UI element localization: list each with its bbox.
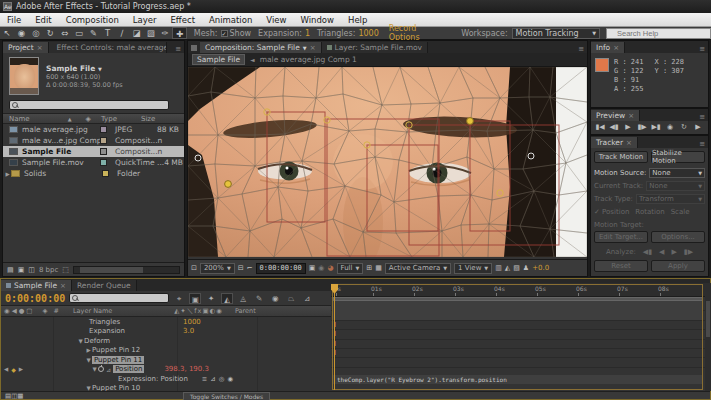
label-chip[interactable]	[100, 159, 107, 166]
label-chip[interactable]	[100, 126, 107, 133]
menu-animation[interactable]: Animation	[202, 15, 259, 25]
project-hscrollbar[interactable]	[73, 266, 180, 274]
analyze-backward-button[interactable]: ◀	[659, 248, 664, 256]
tab-tracker[interactable]: Tracker ×	[591, 137, 638, 148]
mask-visibility-icon[interactable]: ⌐	[247, 264, 253, 272]
next-frame-button[interactable]: ▮▶	[637, 123, 647, 131]
label-column-icon[interactable]: ◈	[42, 307, 47, 315]
graph-icon[interactable]: ⊿	[106, 366, 111, 373]
eraser-tool-icon[interactable]: ▨	[144, 27, 158, 39]
label-chip[interactable]	[100, 137, 107, 144]
mask-shape-tool-icon[interactable]: ▭	[72, 27, 86, 39]
selection-tool-icon[interactable]: ↖	[0, 27, 14, 39]
tab-info[interactable]: Info ×	[591, 42, 625, 53]
close-icon[interactable]: ×	[613, 44, 619, 52]
stopwatch-icon[interactable]	[98, 366, 104, 372]
track-motion-button[interactable]: Track Motion	[594, 151, 648, 163]
analyze-forward-frame-button[interactable]: ▮▶	[684, 248, 693, 256]
always-preview-icon[interactable]: ⊡	[191, 264, 197, 272]
time-ruler[interactable]: 0s 01s 02s 03s 04s 05s 06s 07s 08s	[331, 283, 705, 297]
comp-timecode[interactable]: 0:00:00:00	[256, 263, 306, 274]
analyze-backward-frame-button[interactable]: ◀▮	[643, 248, 652, 256]
camera-dropdown[interactable]: Active Camera ▼	[385, 263, 451, 274]
safe-margins-icon[interactable]: ⊟	[238, 264, 244, 272]
graph-editor-icon[interactable]: ⊿	[301, 293, 313, 304]
audio-mute-button[interactable]: ◉	[665, 123, 675, 131]
tab-preview[interactable]: Preview ×	[591, 110, 640, 121]
channels-icon[interactable]: ◕	[327, 264, 333, 272]
panel-menu-icon[interactable]: ≡	[578, 45, 587, 53]
options-button[interactable]: Options...	[651, 231, 705, 243]
position-checkbox[interactable]: ✓ Position	[594, 208, 629, 216]
flowchart-icon[interactable]: ♟	[523, 264, 529, 272]
roto-brush-tool-icon[interactable]: ✑	[158, 27, 172, 39]
current-track-dropdown[interactable]: None ▼	[646, 181, 705, 191]
clone-stamp-tool-icon[interactable]: ◪	[129, 27, 143, 39]
menu-edit[interactable]: Edit	[28, 15, 58, 25]
timeline-button-icon[interactable]: ▧	[513, 264, 520, 272]
close-icon[interactable]: ×	[626, 139, 632, 147]
menu-window[interactable]: Window	[293, 15, 341, 25]
label-chip[interactable]	[102, 170, 109, 177]
region-of-interest-icon[interactable]: ⊞	[366, 264, 372, 272]
row-triangles[interactable]: Triangles 1000	[1, 317, 331, 327]
comp-mini-flowchart-icon[interactable]: ⌖	[173, 293, 185, 304]
live-update-icon[interactable]: ▣	[189, 293, 201, 304]
tracks[interactable]: I I I I theComp.layer("R Eyebrow 2").tra…	[331, 301, 705, 391]
twirl-icon[interactable]: ▶	[85, 347, 92, 353]
pan-behind-tool-icon[interactable]: ⇔	[57, 27, 71, 39]
parent-column[interactable]: Parent	[235, 307, 256, 315]
row-puppet-pin-12[interactable]: ▶ Puppet Pin 12	[1, 346, 331, 356]
bit-depth-label[interactable]: 8 bpc	[39, 266, 58, 274]
toggle-switches-modes-button[interactable]: Toggle Switches / Modes	[183, 392, 270, 400]
zoom-tool-icon[interactable]: ◎	[29, 27, 43, 39]
footage-name[interactable]: Sample File ▼	[46, 64, 123, 73]
play-button[interactable]: ▶	[623, 123, 633, 131]
expression-switch-icons[interactable]: ≡⊿◎◉	[202, 375, 236, 383]
apply-button[interactable]: Apply	[651, 260, 705, 272]
close-icon[interactable]: ×	[628, 112, 634, 120]
track-type-dropdown[interactable]: Transform ▼	[636, 194, 705, 204]
expansion-value[interactable]: 1	[305, 29, 310, 38]
panel-menu-icon[interactable]: ≡	[699, 113, 708, 121]
puppet-pin-tool-icon[interactable]: ✚	[172, 27, 186, 39]
auto-keyframe-icon[interactable]: ⏢	[285, 293, 297, 304]
interpret-footage-icon[interactable]: ▤	[7, 266, 14, 274]
timeline-search-input[interactable]	[69, 293, 169, 303]
panel-menu-icon[interactable]: ≡	[699, 140, 708, 148]
workspace-dropdown[interactable]: Motion Tracking ▼	[512, 28, 600, 39]
fast-preview-icon[interactable]: ◭	[505, 264, 510, 272]
breadcrumb-parent[interactable]: male average.jpg Comp 1	[260, 55, 357, 64]
help-search-input[interactable]	[606, 28, 711, 39]
playhead-line[interactable]	[334, 284, 335, 390]
row-expansion[interactable]: Expansion 3.0	[1, 327, 331, 337]
tab-timeline-sample-file[interactable]: Sample File ×	[1, 280, 72, 291]
motion-source-dropdown[interactable]: None ▼	[649, 168, 705, 178]
close-icon[interactable]: ×	[60, 282, 66, 290]
pen-tool-icon[interactable]: ✎	[86, 27, 100, 39]
composition-viewer[interactable]	[188, 67, 587, 257]
analyze-forward-button[interactable]: ▶	[671, 248, 676, 256]
project-search-input[interactable]	[9, 100, 169, 110]
column-size[interactable]: Size	[141, 115, 155, 123]
stabilize-motion-button[interactable]: Stabilize Motion	[651, 151, 705, 163]
tab-render-queue[interactable]: Render Queue	[72, 280, 137, 291]
transparency-grid-icon[interactable]: ▦	[375, 264, 382, 272]
last-frame-button[interactable]: ▶▮	[651, 123, 661, 131]
row-deform[interactable]: ▼ Deform	[1, 336, 331, 346]
tab-layer[interactable]: Layer: Sample File.mov	[322, 42, 428, 53]
brush-tool-icon[interactable]: ∕	[115, 27, 129, 39]
label-column-icon[interactable]: ◈	[86, 115, 91, 123]
menu-effect[interactable]: Effect	[164, 15, 202, 25]
twirl-icon[interactable]: ▼	[77, 338, 84, 344]
triangles-value[interactable]: 1000	[358, 29, 378, 38]
tab-project[interactable]: Project ×	[3, 42, 49, 53]
new-folder-icon[interactable]: ▣	[18, 266, 25, 274]
close-icon[interactable]: ×	[37, 44, 43, 52]
timeline-track-area[interactable]: 0s 01s 02s 03s 04s 05s 06s 07s 08s	[331, 283, 705, 391]
row-expression[interactable]: Expression: Position ≡⊿◎◉	[1, 374, 331, 384]
hand-tool-icon[interactable]: ◉	[14, 27, 28, 39]
menu-view[interactable]: View	[259, 15, 293, 25]
panel-menu-icon[interactable]: ≡	[699, 45, 708, 53]
property-value[interactable]: 1000	[183, 318, 201, 326]
